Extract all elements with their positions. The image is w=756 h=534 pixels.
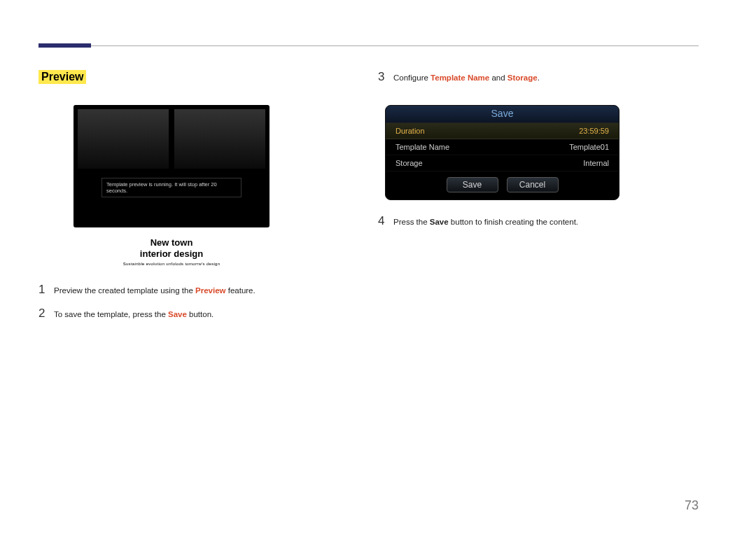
step-pre: Configure <box>393 73 430 82</box>
left-steps: 1 Preview the created template using the… <box>38 283 354 321</box>
step-pre: Press the <box>393 218 430 226</box>
preview-screenshot: Template preview is running. It will sto… <box>74 105 270 227</box>
caption-line-3: Sustainble evolution unfolods tomorrw's … <box>74 262 270 266</box>
preview-panel-left <box>78 109 169 169</box>
row-label: Template Name <box>396 143 449 151</box>
dialog-row-template-name[interactable]: Template Name Template01 <box>386 139 619 155</box>
step-number: 4 <box>378 214 393 228</box>
step-highlight: Template Name <box>430 73 489 82</box>
step-mid: and <box>489 73 507 82</box>
left-column: Preview Template preview is running. It … <box>38 70 354 330</box>
step-text: Configure Template Name and Storage. <box>393 72 540 83</box>
step-2: 2 To save the template, press the Save b… <box>38 307 354 321</box>
right-steps: 4 Press the Save button to finish creati… <box>378 214 700 228</box>
section-title: Preview <box>38 70 86 84</box>
step-1: 1 Preview the created template using the… <box>38 283 354 297</box>
preview-caption: New town interior design Sustainble evol… <box>74 237 270 266</box>
dialog-row-duration[interactable]: Duration 23:59:59 <box>386 123 619 139</box>
dialog-buttons: Save Cancel <box>386 171 619 199</box>
page-number: 73 <box>685 498 699 513</box>
step-text: To save the template, press the Save but… <box>54 309 214 320</box>
step-text: Press the Save button to finish creating… <box>393 216 578 227</box>
step-pre: To save the template, press the <box>54 310 168 318</box>
cancel-button[interactable]: Cancel <box>507 177 559 192</box>
dialog-title: Save <box>386 106 619 123</box>
caption-line-1: New town <box>74 237 270 248</box>
row-label: Duration <box>396 127 425 135</box>
step-bold: Save <box>430 218 449 226</box>
step-4: 4 Press the Save button to finish creati… <box>378 214 700 228</box>
preview-toast: Template preview is running. It will sto… <box>102 178 241 197</box>
step-highlight: Preview <box>195 286 225 295</box>
save-dialog: Save Duration 23:59:59 Template Name Tem… <box>385 105 620 200</box>
header-divider <box>38 45 699 46</box>
step-number: 3 <box>378 70 393 84</box>
step-post: button to finish creating the content. <box>449 218 578 226</box>
step-text: Preview the created template using the P… <box>54 285 255 296</box>
save-button[interactable]: Save <box>447 177 498 192</box>
step-number: 1 <box>38 283 54 297</box>
row-label: Storage <box>396 159 423 167</box>
preview-panel-right <box>174 109 265 169</box>
step-post: button. <box>187 310 214 318</box>
step-highlight: Save <box>168 310 187 318</box>
step-post: feature. <box>226 286 255 295</box>
right-column: 3 Configure Template Name and Storage. S… <box>378 70 700 238</box>
caption-line-2: interior design <box>74 248 270 259</box>
dialog-row-storage[interactable]: Storage Internal <box>386 155 619 171</box>
header-accent <box>38 43 91 48</box>
step-highlight: Storage <box>507 73 538 82</box>
step-3: 3 Configure Template Name and Storage. <box>378 70 700 84</box>
row-value: Template01 <box>569 143 609 151</box>
row-value: 23:59:59 <box>579 127 609 135</box>
step-post: . <box>538 73 540 82</box>
step-number: 2 <box>38 307 54 321</box>
step-pre: Preview the created template using the <box>54 286 195 295</box>
row-value: Internal <box>583 159 609 167</box>
